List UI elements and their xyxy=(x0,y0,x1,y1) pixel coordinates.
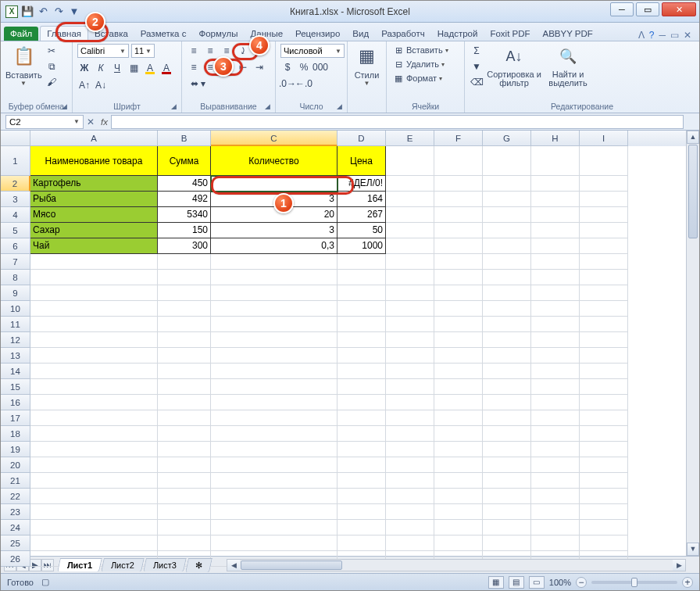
cell-G13[interactable] xyxy=(483,348,531,364)
cell-F7[interactable] xyxy=(434,254,483,270)
cell-G9[interactable] xyxy=(483,285,531,301)
cell-C18[interactable] xyxy=(211,426,338,442)
cell-H12[interactable] xyxy=(531,332,580,348)
cell-F15[interactable] xyxy=(434,379,483,395)
cell-C8[interactable] xyxy=(211,270,338,285)
row-header-21[interactable]: 21 xyxy=(1,473,30,489)
cell-I2[interactable] xyxy=(580,176,628,192)
decrease-decimal-icon[interactable]: ←.0 xyxy=(297,77,311,91)
cell-C3[interactable]: 3 xyxy=(211,192,338,207)
cell-B8[interactable] xyxy=(158,270,211,285)
new-sheet-icon[interactable]: ✻ xyxy=(185,558,212,572)
font-name-combo[interactable]: Calibri▼ xyxy=(77,44,129,58)
tab-foxit[interactable]: Foxit PDF xyxy=(484,27,536,41)
cell-C9[interactable] xyxy=(211,285,338,301)
font-color-button[interactable]: A xyxy=(159,61,173,75)
row-header-10[interactable]: 10 xyxy=(1,301,30,317)
cell-D25[interactable] xyxy=(338,535,386,551)
fx-cancel-icon[interactable]: ✕ xyxy=(84,116,98,127)
cell-F13[interactable] xyxy=(434,348,483,364)
cell-E16[interactable] xyxy=(386,395,434,410)
cell-B15[interactable] xyxy=(158,379,211,395)
cell-F1[interactable] xyxy=(434,146,483,176)
cell-G22[interactable] xyxy=(483,489,531,504)
cell-E12[interactable] xyxy=(386,332,434,348)
cell-D20[interactable] xyxy=(338,457,386,473)
column-header-H[interactable]: H xyxy=(531,131,580,146)
tab-addins[interactable]: Надстрой xyxy=(431,27,484,41)
zoom-out-button[interactable]: − xyxy=(576,577,587,588)
cell-H8[interactable] xyxy=(531,270,580,285)
cell-A15[interactable] xyxy=(30,379,158,395)
cell-B10[interactable] xyxy=(158,301,211,317)
wrap-text-icon[interactable]: ⮐ xyxy=(252,44,266,58)
cell-B4[interactable]: 5340 xyxy=(158,207,211,223)
comma-icon[interactable]: 000 xyxy=(313,60,327,74)
column-header-A[interactable]: A xyxy=(30,131,158,146)
align-bottom-icon[interactable]: ≡ xyxy=(220,44,234,58)
tab-insert[interactable]: Вставка xyxy=(88,27,134,41)
vscroll-thumb[interactable] xyxy=(688,145,698,238)
cell-A5[interactable]: Сахар xyxy=(30,223,158,238)
align-center-icon[interactable]: ≡ xyxy=(203,60,217,74)
cell-I4[interactable] xyxy=(580,207,628,223)
dialog-launcher-icon[interactable]: ◢ xyxy=(62,102,67,110)
cell-H4[interactable] xyxy=(531,207,580,223)
fill-color-button[interactable]: A xyxy=(143,61,157,75)
scroll-left-icon[interactable]: ◀ xyxy=(227,560,240,571)
cell-D11[interactable] xyxy=(338,317,386,332)
cell-H7[interactable] xyxy=(531,254,580,270)
cell-F4[interactable] xyxy=(434,207,483,223)
cell-F3[interactable] xyxy=(434,192,483,207)
increase-decimal-icon[interactable]: .0→ xyxy=(280,77,295,91)
column-header-E[interactable]: E xyxy=(386,131,434,146)
cell-A25[interactable] xyxy=(30,535,158,551)
cell-E23[interactable] xyxy=(386,504,434,520)
format-cells-button[interactable]: ▦Формат▾ xyxy=(391,72,444,84)
fill-icon[interactable]: ▼ xyxy=(470,59,484,73)
row-header-6[interactable]: 6 xyxy=(1,238,30,254)
cell-B14[interactable] xyxy=(158,364,211,379)
cell-A13[interactable] xyxy=(30,348,158,364)
cell-A3[interactable]: Рыба xyxy=(30,192,158,207)
cell-G23[interactable] xyxy=(483,504,531,520)
cell-A4[interactable]: Мясо xyxy=(30,207,158,223)
cell-D21[interactable] xyxy=(338,473,386,489)
cell-A21[interactable] xyxy=(30,473,158,489)
zoom-slider[interactable] xyxy=(591,581,677,584)
cell-A12[interactable] xyxy=(30,332,158,348)
column-header-B[interactable]: B xyxy=(158,131,211,146)
cell-B12[interactable] xyxy=(158,332,211,348)
cell-C20[interactable] xyxy=(211,457,338,473)
cell-A23[interactable] xyxy=(30,504,158,520)
workbook-close-icon[interactable]: ✕ xyxy=(684,30,691,41)
cell-E13[interactable] xyxy=(386,348,434,364)
cell-I24[interactable] xyxy=(580,520,628,535)
cell-D13[interactable] xyxy=(338,348,386,364)
cell-C24[interactable] xyxy=(211,520,338,535)
cell-F22[interactable] xyxy=(434,489,483,504)
cell-I12[interactable] xyxy=(580,332,628,348)
cell-C22[interactable] xyxy=(211,489,338,504)
cell-B6[interactable]: 300 xyxy=(158,238,211,254)
cell-F19[interactable] xyxy=(434,442,483,457)
help-icon[interactable]: ? xyxy=(649,30,655,41)
cell-G6[interactable] xyxy=(483,238,531,254)
cell-D19[interactable] xyxy=(338,442,386,457)
cell-G2[interactable] xyxy=(483,176,531,192)
redo-icon[interactable]: ↷ xyxy=(52,5,65,18)
cell-E6[interactable] xyxy=(386,238,434,254)
cell-F21[interactable] xyxy=(434,473,483,489)
cell-C17[interactable] xyxy=(211,410,338,426)
find-select-button[interactable]: 🔍 Найти и выделить xyxy=(545,44,591,88)
cell-D24[interactable] xyxy=(338,520,386,535)
cell-D12[interactable] xyxy=(338,332,386,348)
cell-A10[interactable] xyxy=(30,301,158,317)
cell-I25[interactable] xyxy=(580,535,628,551)
row-header-24[interactable]: 24 xyxy=(1,520,30,535)
cell-E22[interactable] xyxy=(386,489,434,504)
cell-B11[interactable] xyxy=(158,317,211,332)
cell-A20[interactable] xyxy=(30,457,158,473)
column-header-F[interactable]: F xyxy=(434,131,483,146)
macro-record-icon[interactable]: ▢ xyxy=(41,577,49,587)
